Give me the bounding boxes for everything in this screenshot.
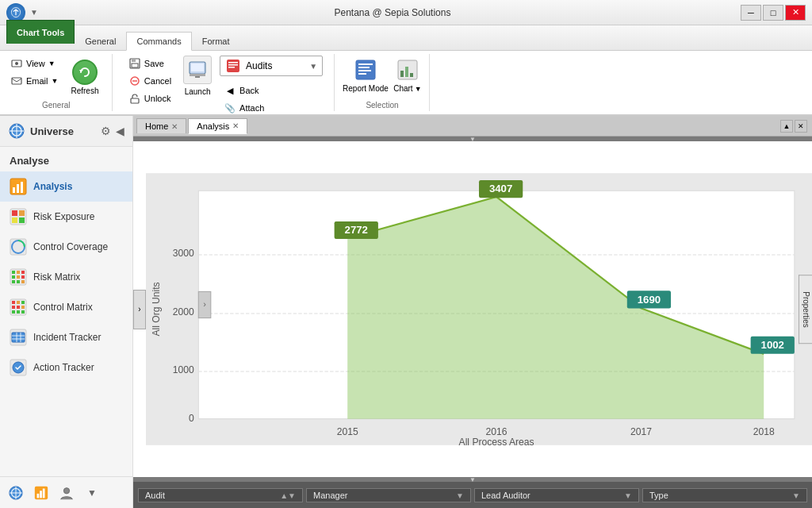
bottom-btn-1[interactable] <box>5 482 27 504</box>
view-button[interactable]: View ▼ <box>6 56 62 71</box>
svg-rect-48 <box>17 280 20 283</box>
sidebar-section-title: Analyse <box>0 147 132 171</box>
content-area: Home ✕ Analysis ✕ ▲ ✕ ▼ › <box>133 116 812 508</box>
svg-rect-5 <box>132 64 138 67</box>
sidebar-item-incident-tracker[interactable]: Incident Tracker <box>0 322 132 352</box>
cancel-icon <box>128 75 141 87</box>
svg-rect-32 <box>21 182 23 193</box>
filter-manager-arrow: ▼ <box>456 491 464 500</box>
sidebar-item-label: Analysis <box>33 181 72 192</box>
properties-panel-tab[interactable]: Properties <box>799 275 812 344</box>
filter-audit[interactable]: Audit ▲▼ <box>138 488 303 502</box>
svg-rect-56 <box>21 306 25 309</box>
unlock-button[interactable]: Unlock <box>124 90 175 106</box>
left-chevron-button[interactable]: › <box>133 290 146 329</box>
sidebar-item-control-coverage[interactable]: Control Coverage <box>0 232 132 262</box>
svg-rect-73 <box>40 491 42 498</box>
general-buttons: View ▼ Email ▼ Refresh <box>6 56 105 101</box>
svg-rect-41 <box>12 271 15 274</box>
sidebar-item-risk-exposure[interactable]: Risk Exposure <box>0 202 132 232</box>
svg-rect-11 <box>190 74 205 76</box>
collapse-icon[interactable]: ◀ <box>116 125 124 137</box>
svg-text:›: › <box>203 299 206 309</box>
audits-icon <box>225 58 241 74</box>
svg-rect-30 <box>13 187 15 193</box>
risk-exposure-icon <box>10 208 27 225</box>
email-icon <box>10 75 23 87</box>
attach-button[interactable]: 📎 Attach <box>220 100 323 116</box>
tab-home[interactable]: Home ✕ <box>136 118 186 133</box>
ribbon-group-selection: Report Mode Chart ▼ <box>335 54 430 111</box>
sidebar: Universe ⚙ ◀ Analyse Analysis <box>0 116 133 508</box>
save-button[interactable]: Save <box>124 56 175 71</box>
svg-text:3407: 3407 <box>489 183 512 195</box>
sidebar-item-label: Risk Matrix <box>33 271 80 283</box>
svg-rect-23 <box>400 71 404 77</box>
svg-point-75 <box>63 488 69 494</box>
svg-rect-37 <box>19 217 25 223</box>
svg-rect-45 <box>17 275 20 279</box>
chart-area: › <box>133 141 812 477</box>
chart-dropdown-button[interactable]: Chart ▼ <box>393 84 421 93</box>
svg-rect-34 <box>12 210 17 216</box>
svg-rect-12 <box>195 76 200 78</box>
svg-text:All Process Areas: All Process Areas <box>459 437 534 448</box>
window-controls: ─ □ ✕ <box>741 5 806 21</box>
filter-type[interactable]: Type ▼ <box>642 488 807 502</box>
sidebar-item-control-matrix[interactable]: Control Matrix <box>0 292 132 322</box>
settings-icon[interactable]: ⚙ <box>101 125 111 137</box>
filter-lead-auditor[interactable]: Lead Auditor ▼ <box>474 488 639 502</box>
chart-svg: 2772 3407 1690 1002 3000 2000 100 <box>146 141 812 477</box>
ribbon-group-general: View ▼ Email ▼ Refresh <box>0 54 113 111</box>
tab-close-home[interactable]: ✕ <box>171 122 178 131</box>
tab-general[interactable]: General <box>75 31 126 50</box>
svg-rect-51 <box>12 301 15 304</box>
bottom-btn-2[interactable] <box>30 482 52 504</box>
sidebar-item-risk-matrix[interactable]: Risk Matrix <box>0 262 132 292</box>
dropdown-arrow[interactable]: ▼ <box>30 8 38 17</box>
tab-commands[interactable]: Commands <box>126 32 191 51</box>
sidebar-item-label: Control Coverage <box>33 241 108 252</box>
svg-rect-74 <box>43 489 45 498</box>
sidebar-title: Universe <box>30 125 96 137</box>
chart-svg-wrapper: 2772 3407 1690 1002 3000 2000 100 <box>146 141 812 477</box>
more-button[interactable]: ▼ <box>81 482 103 504</box>
report-mode-button[interactable] <box>351 56 380 84</box>
sidebar-item-analysis[interactable]: Analysis <box>0 171 132 202</box>
filter-lead-auditor-arrow: ▼ <box>624 491 632 500</box>
title-bar: ▼ Pentana @ Sepia Solutions ─ □ ✕ <box>0 0 812 25</box>
svg-text:2000: 2000 <box>173 306 194 318</box>
panel-close-button[interactable]: ✕ <box>795 120 807 133</box>
tab-close-analysis[interactable]: ✕ <box>232 121 239 130</box>
panel-collapse-button[interactable]: ▲ <box>780 120 793 133</box>
filter-manager[interactable]: Manager ▼ <box>306 488 471 502</box>
svg-rect-2 <box>12 78 21 84</box>
close-button[interactable]: ✕ <box>785 5 806 21</box>
email-button[interactable]: Email ▼ <box>6 73 62 89</box>
svg-rect-54 <box>12 306 15 309</box>
svg-text:All Org Units: All Org Units <box>151 282 162 336</box>
tab-format[interactable]: Format <box>192 31 240 50</box>
control-matrix-icon <box>10 298 27 316</box>
chart-button[interactable] <box>393 56 422 84</box>
svg-rect-20 <box>358 70 371 71</box>
cancel-button[interactable]: Cancel <box>124 73 175 89</box>
svg-rect-61 <box>12 333 25 342</box>
audits-dropdown[interactable]: Audits ▼ <box>220 56 323 76</box>
svg-text:2015: 2015 <box>337 426 358 437</box>
svg-text:2016: 2016 <box>486 426 508 437</box>
svg-text:0: 0 <box>189 413 194 424</box>
sidebar-item-action-tracker[interactable]: Action Tracker <box>0 352 132 383</box>
launch-button[interactable] <box>183 56 212 84</box>
refresh-button[interactable]: Refresh <box>63 56 105 99</box>
back-button[interactable]: ◀ Back <box>220 83 323 98</box>
svg-point-1 <box>15 62 18 65</box>
maximize-button[interactable]: □ <box>763 5 783 21</box>
ribbon-group-display: Save Cancel Unlock <box>113 54 335 111</box>
svg-rect-59 <box>21 310 25 314</box>
bottom-btn-3[interactable] <box>56 482 78 504</box>
tab-analysis[interactable]: Analysis ✕ <box>188 118 247 134</box>
minimize-button[interactable]: ─ <box>741 5 761 21</box>
tab-chart-tools[interactable]: Chart Tools <box>6 20 75 44</box>
save-icon <box>128 57 141 70</box>
